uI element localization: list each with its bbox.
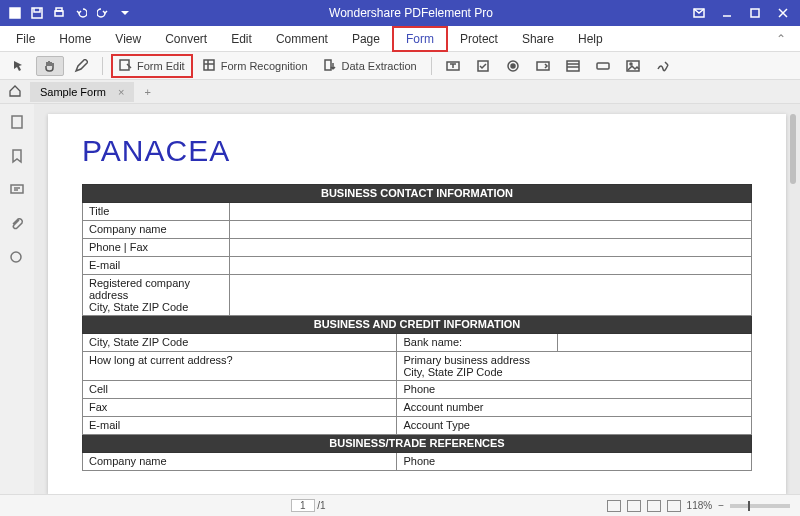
mail-icon[interactable] — [692, 6, 706, 20]
field-value[interactable] — [557, 334, 751, 352]
field-value[interactable] — [230, 257, 752, 275]
zoom-slider[interactable] — [730, 504, 790, 508]
svg-rect-14 — [567, 61, 579, 71]
field-label: How long at current address? — [83, 352, 397, 381]
search-panel-icon[interactable] — [9, 250, 25, 266]
redo-icon[interactable] — [96, 6, 110, 20]
field-label: City, State ZIP Code — [83, 334, 397, 352]
radio-icon[interactable] — [500, 57, 526, 75]
field-value[interactable] — [230, 221, 752, 239]
print-icon[interactable] — [52, 6, 66, 20]
document-tab[interactable]: Sample Form × — [30, 82, 134, 102]
tabbar: Sample Form × + — [0, 80, 800, 104]
thumbnails-icon[interactable] — [9, 114, 25, 130]
svg-point-20 — [11, 252, 21, 262]
scrollbar-thumb[interactable] — [790, 114, 796, 184]
form-recognition-icon — [203, 58, 217, 74]
ribbon-collapse-icon[interactable]: ⌃ — [766, 32, 796, 46]
view-continuous-icon[interactable] — [627, 500, 641, 512]
menu-help[interactable]: Help — [566, 28, 615, 50]
close-icon[interactable] — [776, 6, 790, 20]
undo-icon[interactable] — [74, 6, 88, 20]
comments-icon[interactable] — [9, 182, 25, 198]
data-extraction-label: Data Extraction — [342, 60, 417, 72]
toolbar: Form Edit Form Recognition Data Extracti… — [0, 52, 800, 80]
svg-point-17 — [630, 63, 632, 65]
section-header: BUSINESS/TRADE REFERENCES — [83, 435, 752, 453]
page-current[interactable]: 1 — [291, 499, 315, 512]
sidebar — [0, 104, 34, 494]
menu-edit[interactable]: Edit — [219, 28, 264, 50]
app-logo-icon — [8, 6, 22, 20]
view-single-icon[interactable] — [607, 500, 621, 512]
field-label: Company name — [83, 453, 397, 471]
svg-rect-7 — [204, 60, 214, 70]
field-label: Phone — [397, 381, 752, 399]
field-value[interactable] — [230, 203, 752, 221]
button-field-icon[interactable] — [590, 57, 616, 75]
qat-dropdown-icon[interactable] — [118, 6, 132, 20]
page-total: /1 — [317, 500, 325, 511]
menu-view[interactable]: View — [103, 28, 153, 50]
svg-rect-15 — [597, 63, 609, 69]
field-label: Company name — [83, 221, 230, 239]
svg-point-12 — [511, 64, 515, 68]
bookmarks-icon[interactable] — [9, 148, 25, 164]
section-header: BUSINESS AND CREDIT INFORMATION — [83, 316, 752, 334]
field-label: Fax — [83, 399, 397, 417]
form-edit-button[interactable]: Form Edit — [111, 54, 193, 78]
menu-share[interactable]: Share — [510, 28, 566, 50]
field-label: Phone — [397, 453, 752, 471]
checkbox-icon[interactable] — [470, 57, 496, 75]
zoom-value: 118% — [687, 500, 713, 511]
select-tool-icon[interactable] — [6, 57, 32, 75]
tab-close-icon[interactable]: × — [118, 86, 124, 98]
tab-label: Sample Form — [40, 86, 106, 98]
form-recognition-label: Form Recognition — [221, 60, 308, 72]
attachments-icon[interactable] — [9, 216, 25, 232]
signature-field-icon[interactable] — [650, 57, 676, 75]
view-two-page-icon[interactable] — [647, 500, 661, 512]
data-extraction-icon — [324, 58, 338, 74]
menu-convert[interactable]: Convert — [153, 28, 219, 50]
view-two-continuous-icon[interactable] — [667, 500, 681, 512]
field-label: Primary business address City, State ZIP… — [397, 352, 752, 381]
menu-home[interactable]: Home — [47, 28, 103, 50]
field-label: Registered company address City, State Z… — [83, 275, 230, 316]
combobox-icon[interactable] — [530, 57, 556, 75]
menu-comment[interactable]: Comment — [264, 28, 340, 50]
text-field-icon[interactable] — [440, 57, 466, 75]
image-field-icon[interactable] — [620, 57, 646, 75]
maximize-icon[interactable] — [748, 6, 762, 20]
field-value[interactable] — [230, 275, 752, 316]
statusbar: 1 /1 118% − — [0, 494, 800, 516]
menu-page[interactable]: Page — [340, 28, 392, 50]
document-viewport[interactable]: PANACEA BUSINESS CONTACT INFORMATION Tit… — [34, 104, 800, 494]
field-label: Bank name: — [397, 334, 558, 352]
listbox-icon[interactable] — [560, 57, 586, 75]
zoom-out-icon[interactable]: − — [718, 500, 724, 511]
field-label: E-mail — [83, 257, 230, 275]
form-recognition-button[interactable]: Form Recognition — [197, 56, 314, 76]
hand-tool-icon[interactable] — [36, 56, 64, 76]
menu-protect[interactable]: Protect — [448, 28, 510, 50]
edit-tool-icon[interactable] — [68, 57, 94, 75]
home-tab-icon[interactable] — [0, 84, 30, 100]
form-table: BUSINESS CONTACT INFORMATION Title Compa… — [82, 184, 752, 471]
field-label: Account number — [397, 399, 752, 417]
menu-file[interactable]: File — [4, 28, 47, 50]
field-value[interactable] — [230, 239, 752, 257]
add-tab-icon[interactable]: + — [134, 86, 160, 98]
page-indicator: 1 /1 — [10, 500, 607, 511]
menu-form[interactable]: Form — [392, 26, 448, 52]
separator — [102, 57, 103, 75]
field-label: Account Type — [397, 417, 752, 435]
form-edit-icon — [119, 58, 133, 74]
minimize-icon[interactable] — [720, 6, 734, 20]
svg-rect-3 — [56, 8, 62, 11]
save-icon[interactable] — [30, 6, 44, 20]
field-label: Cell — [83, 381, 397, 399]
data-extraction-button[interactable]: Data Extraction — [318, 56, 423, 76]
field-label: Phone | Fax — [83, 239, 230, 257]
titlebar-right-icons — [682, 6, 800, 20]
